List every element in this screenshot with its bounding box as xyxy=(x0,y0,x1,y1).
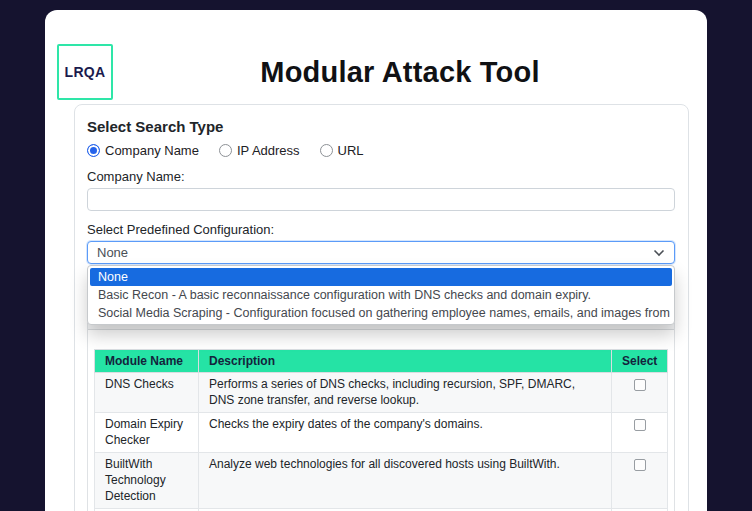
modules-table: Module Name Description Select DNS Check… xyxy=(94,349,668,511)
dropdown-option-none[interactable]: None xyxy=(90,268,672,286)
company-name-input[interactable] xyxy=(87,188,675,211)
header-select: Select xyxy=(612,349,668,372)
chevron-down-icon xyxy=(653,249,665,257)
config-select-dropdown: None Basic Recon - A basic reconnaissanc… xyxy=(87,265,675,325)
module-checkbox-domain-expiry-checker[interactable] xyxy=(634,419,646,431)
radio-url[interactable] xyxy=(320,144,333,157)
search-type-heading: Select Search Type xyxy=(87,118,675,135)
lrqa-logo-text: LRQA xyxy=(65,64,106,80)
radio-option-company-name[interactable]: Company Name xyxy=(87,143,199,158)
module-name-cell: Domain Expiry Checker xyxy=(95,413,199,453)
module-checkbox-dns-checks[interactable] xyxy=(634,379,646,391)
module-description-cell: Performs a series of DNS checks, includi… xyxy=(199,372,612,412)
company-name-label: Company Name: xyxy=(87,169,675,184)
module-checkbox-builtwith-technology-detection[interactable] xyxy=(634,459,646,471)
config-select-wrap: None None Basic Recon - A basic reconnai… xyxy=(87,241,675,264)
radio-label[interactable]: IP Address xyxy=(237,143,300,158)
osint-domain-section: OSINT - Domain Module Name Description S… xyxy=(87,294,675,511)
radio-company-name[interactable] xyxy=(87,144,100,157)
radio-ip-address[interactable] xyxy=(219,144,232,157)
lrqa-logo: LRQA xyxy=(57,44,113,100)
search-panel: Select Search Type Company Name IP Addre… xyxy=(74,104,689,511)
app-card: LRQA Modular Attack Tool Select Search T… xyxy=(45,10,707,511)
module-description-cell: Checks the expiry dates of the company's… xyxy=(199,413,612,453)
dropdown-option-basic-recon[interactable]: Basic Recon - A basic reconnaissance con… xyxy=(90,286,672,304)
page-title: Modular Attack Tool xyxy=(113,56,687,89)
radio-option-url[interactable]: URL xyxy=(320,143,364,158)
radio-label[interactable]: URL xyxy=(338,143,364,158)
config-select-value: None xyxy=(97,245,128,260)
module-name-cell: BuiltWith Technology Detection xyxy=(95,453,199,509)
table-row: BuiltWith Technology Detection Analyze w… xyxy=(95,453,668,509)
table-row: DNS Checks Performs a series of DNS chec… xyxy=(95,372,668,412)
header-description: Description xyxy=(199,349,612,372)
config-select-label: Select Predefined Configuration: xyxy=(87,222,675,237)
radio-option-ip-address[interactable]: IP Address xyxy=(219,143,300,158)
dropdown-option-social-media-scraping[interactable]: Social Media Scraping - Configuration fo… xyxy=(90,304,672,322)
module-name-cell: DNS Checks xyxy=(95,372,199,412)
search-type-radio-group: Company Name IP Address URL xyxy=(87,143,675,158)
app-header: LRQA Modular Attack Tool xyxy=(57,44,687,100)
config-select[interactable]: None xyxy=(87,241,675,264)
radio-label[interactable]: Company Name xyxy=(105,143,199,158)
table-row: Domain Expiry Checker Checks the expiry … xyxy=(95,413,668,453)
module-description-cell: Analyze web technologies for all discove… xyxy=(199,453,612,509)
osint-domain-body: Module Name Description Select DNS Check… xyxy=(88,330,674,511)
header-module-name: Module Name xyxy=(95,349,199,372)
modules-table-header-row: Module Name Description Select xyxy=(95,349,668,372)
